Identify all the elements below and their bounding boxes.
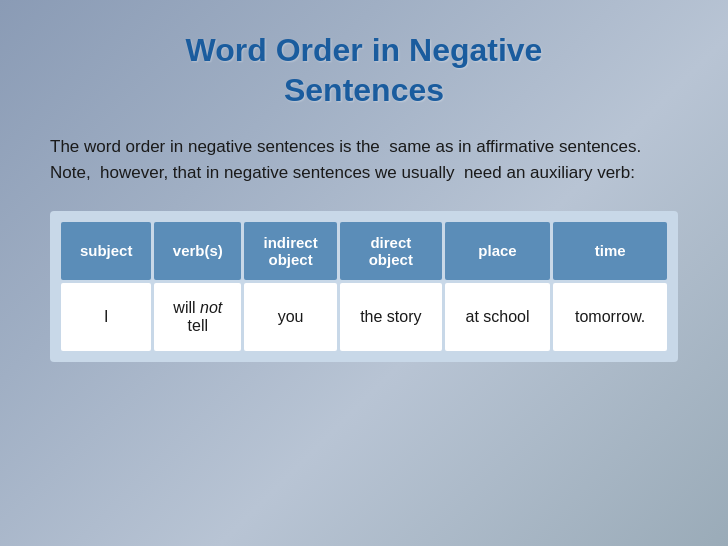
title-area: Word Order in Negative Sentences xyxy=(50,30,678,110)
header-indirect-object: indirectobject xyxy=(244,222,337,280)
header-time: time xyxy=(553,222,667,280)
header-verb: verb(s) xyxy=(154,222,241,280)
cell-indirect-object: you xyxy=(244,283,337,351)
header-subject: subject xyxy=(61,222,151,280)
table-row: I will nottell you the story at school t… xyxy=(61,283,667,351)
slide-container: Word Order in Negative Sentences The wor… xyxy=(0,0,728,546)
cell-verb: will nottell xyxy=(154,283,241,351)
header-direct-object: directobject xyxy=(340,222,442,280)
table-header-row: subject verb(s) indirectobject directobj… xyxy=(61,222,667,280)
grammar-table: subject verb(s) indirectobject directobj… xyxy=(58,219,670,354)
slide-title: Word Order in Negative Sentences xyxy=(50,30,678,110)
title-line2: Sentences xyxy=(284,72,444,108)
body-text: The word order in negative sentences is … xyxy=(50,134,650,187)
cell-direct-object: the story xyxy=(340,283,442,351)
grammar-table-wrapper: subject verb(s) indirectobject directobj… xyxy=(50,211,678,362)
header-place: place xyxy=(445,222,551,280)
cell-time: tomorrow. xyxy=(553,283,667,351)
cell-place: at school xyxy=(445,283,551,351)
title-line1: Word Order in Negative xyxy=(186,32,543,68)
cell-subject: I xyxy=(61,283,151,351)
